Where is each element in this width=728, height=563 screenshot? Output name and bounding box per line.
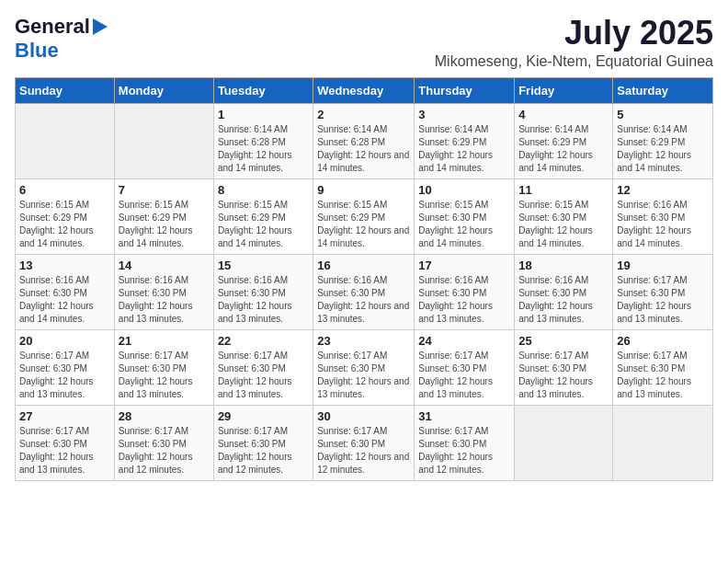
day-number: 27: [19, 409, 110, 423]
day-number: 26: [617, 334, 709, 348]
calendar-week-row: 13Sunrise: 6:16 AM Sunset: 6:30 PM Dayli…: [16, 254, 713, 329]
day-header-thursday: Thursday: [415, 77, 515, 103]
day-number: 19: [617, 259, 709, 272]
day-number: 20: [19, 334, 110, 348]
calendar-cell: 28Sunrise: 6:17 AM Sunset: 6:30 PM Dayli…: [114, 405, 213, 480]
calendar-cell: 3Sunrise: 6:14 AM Sunset: 6:29 PM Daylig…: [415, 103, 515, 178]
month-year-title: July 2025: [435, 15, 713, 52]
day-header-wednesday: Wednesday: [313, 77, 415, 103]
day-number: 28: [119, 409, 210, 423]
calendar-cell: 11Sunrise: 6:15 AM Sunset: 6:30 PM Dayli…: [515, 178, 613, 254]
day-number: 21: [119, 334, 210, 348]
day-info: Sunrise: 6:17 AM Sunset: 6:30 PM Dayligh…: [317, 425, 410, 477]
day-header-tuesday: Tuesday: [213, 77, 313, 103]
day-info: Sunrise: 6:16 AM Sunset: 6:30 PM Dayligh…: [119, 274, 210, 326]
title-block: July 2025 Mikomeseng, Kie-Ntem, Equatori…: [435, 15, 713, 70]
day-number: 7: [119, 183, 210, 197]
day-number: 31: [418, 409, 510, 423]
calendar-cell: 14Sunrise: 6:16 AM Sunset: 6:30 PM Dayli…: [114, 254, 213, 329]
calendar-cell: 12Sunrise: 6:16 AM Sunset: 6:30 PM Dayli…: [613, 178, 713, 254]
day-number: 23: [317, 334, 410, 348]
day-header-monday: Monday: [114, 77, 213, 103]
calendar-cell: 8Sunrise: 6:15 AM Sunset: 6:29 PM Daylig…: [213, 178, 313, 254]
calendar-cell: 29Sunrise: 6:17 AM Sunset: 6:30 PM Dayli…: [213, 405, 313, 480]
calendar-cell: 19Sunrise: 6:17 AM Sunset: 6:30 PM Dayli…: [613, 254, 713, 329]
calendar-cell: 7Sunrise: 6:15 AM Sunset: 6:29 PM Daylig…: [114, 178, 213, 254]
day-number: 3: [418, 108, 510, 121]
calendar-cell: 6Sunrise: 6:15 AM Sunset: 6:29 PM Daylig…: [16, 178, 115, 254]
logo-blue: Blue: [15, 39, 59, 62]
day-number: 24: [418, 334, 510, 348]
calendar-cell: 26Sunrise: 6:17 AM Sunset: 6:30 PM Dayli…: [613, 329, 713, 405]
calendar-week-row: 20Sunrise: 6:17 AM Sunset: 6:30 PM Dayli…: [16, 329, 713, 405]
logo-general: General: [15, 15, 90, 39]
day-info: Sunrise: 6:17 AM Sunset: 6:30 PM Dayligh…: [617, 274, 709, 326]
calendar-cell: 13Sunrise: 6:16 AM Sunset: 6:30 PM Dayli…: [16, 254, 115, 329]
day-header-sunday: Sunday: [16, 77, 115, 103]
calendar-cell: 24Sunrise: 6:17 AM Sunset: 6:30 PM Dayli…: [415, 329, 515, 405]
calendar-cell: 9Sunrise: 6:15 AM Sunset: 6:29 PM Daylig…: [313, 178, 415, 254]
calendar-cell: 2Sunrise: 6:14 AM Sunset: 6:28 PM Daylig…: [313, 103, 415, 178]
days-header-row: SundayMondayTuesdayWednesdayThursdayFrid…: [16, 77, 713, 103]
day-info: Sunrise: 6:15 AM Sunset: 6:29 PM Dayligh…: [19, 199, 110, 250]
day-info: Sunrise: 6:14 AM Sunset: 6:28 PM Dayligh…: [317, 123, 410, 175]
calendar-cell: [16, 103, 115, 178]
day-info: Sunrise: 6:15 AM Sunset: 6:30 PM Dayligh…: [418, 199, 510, 250]
day-info: Sunrise: 6:17 AM Sunset: 6:30 PM Dayligh…: [119, 350, 210, 401]
day-number: 14: [119, 259, 210, 272]
calendar-cell: 5Sunrise: 6:14 AM Sunset: 6:29 PM Daylig…: [613, 103, 713, 178]
calendar-cell: 31Sunrise: 6:17 AM Sunset: 6:30 PM Dayli…: [415, 405, 515, 480]
day-header-saturday: Saturday: [613, 77, 713, 103]
location-subtitle: Mikomeseng, Kie-Ntem, Equatorial Guinea: [435, 53, 713, 70]
day-number: 1: [218, 108, 309, 121]
calendar-table: SundayMondayTuesdayWednesdayThursdayFrid…: [15, 77, 713, 481]
day-info: Sunrise: 6:17 AM Sunset: 6:30 PM Dayligh…: [418, 425, 510, 477]
day-number: 8: [218, 183, 309, 197]
day-info: Sunrise: 6:15 AM Sunset: 6:29 PM Dayligh…: [218, 199, 309, 250]
day-number: 13: [19, 259, 110, 272]
day-number: 30: [317, 409, 410, 423]
calendar-cell: 10Sunrise: 6:15 AM Sunset: 6:30 PM Dayli…: [415, 178, 515, 254]
day-number: 18: [518, 259, 609, 272]
calendar-cell: 25Sunrise: 6:17 AM Sunset: 6:30 PM Dayli…: [515, 329, 613, 405]
day-number: 6: [19, 183, 110, 197]
calendar-cell: 30Sunrise: 6:17 AM Sunset: 6:30 PM Dayli…: [313, 405, 415, 480]
calendar-week-row: 27Sunrise: 6:17 AM Sunset: 6:30 PM Dayli…: [16, 405, 713, 480]
calendar-cell: 4Sunrise: 6:14 AM Sunset: 6:29 PM Daylig…: [515, 103, 613, 178]
day-info: Sunrise: 6:16 AM Sunset: 6:30 PM Dayligh…: [518, 274, 609, 326]
day-info: Sunrise: 6:16 AM Sunset: 6:30 PM Dayligh…: [617, 199, 709, 250]
day-info: Sunrise: 6:14 AM Sunset: 6:29 PM Dayligh…: [418, 123, 510, 175]
day-info: Sunrise: 6:17 AM Sunset: 6:30 PM Dayligh…: [119, 425, 210, 477]
day-info: Sunrise: 6:14 AM Sunset: 6:29 PM Dayligh…: [518, 123, 609, 175]
calendar-cell: 21Sunrise: 6:17 AM Sunset: 6:30 PM Dayli…: [114, 329, 213, 405]
page-header: General Blue July 2025 Mikomeseng, Kie-N…: [15, 15, 713, 70]
day-number: 2: [317, 108, 410, 121]
day-number: 25: [518, 334, 609, 348]
day-info: Sunrise: 6:17 AM Sunset: 6:30 PM Dayligh…: [218, 350, 309, 401]
day-number: 15: [218, 259, 309, 272]
day-info: Sunrise: 6:17 AM Sunset: 6:30 PM Dayligh…: [19, 425, 110, 477]
day-info: Sunrise: 6:17 AM Sunset: 6:30 PM Dayligh…: [317, 350, 410, 401]
day-info: Sunrise: 6:16 AM Sunset: 6:30 PM Dayligh…: [19, 274, 110, 326]
calendar-cell: [613, 405, 713, 480]
day-number: 11: [518, 183, 609, 197]
day-info: Sunrise: 6:17 AM Sunset: 6:30 PM Dayligh…: [617, 350, 709, 401]
calendar-cell: 1Sunrise: 6:14 AM Sunset: 6:28 PM Daylig…: [213, 103, 313, 178]
calendar-cell: 17Sunrise: 6:16 AM Sunset: 6:30 PM Dayli…: [415, 254, 515, 329]
calendar-cell: 23Sunrise: 6:17 AM Sunset: 6:30 PM Dayli…: [313, 329, 415, 405]
calendar-cell: 22Sunrise: 6:17 AM Sunset: 6:30 PM Dayli…: [213, 329, 313, 405]
calendar-cell: 16Sunrise: 6:16 AM Sunset: 6:30 PM Dayli…: [313, 254, 415, 329]
day-number: 9: [317, 183, 410, 197]
day-info: Sunrise: 6:14 AM Sunset: 6:28 PM Dayligh…: [218, 123, 309, 175]
day-info: Sunrise: 6:15 AM Sunset: 6:29 PM Dayligh…: [317, 199, 410, 250]
day-info: Sunrise: 6:17 AM Sunset: 6:30 PM Dayligh…: [218, 425, 309, 477]
logo-arrow-icon: [93, 18, 108, 35]
day-info: Sunrise: 6:16 AM Sunset: 6:30 PM Dayligh…: [418, 274, 510, 326]
day-info: Sunrise: 6:14 AM Sunset: 6:29 PM Dayligh…: [617, 123, 709, 175]
calendar-cell: [515, 405, 613, 480]
calendar-week-row: 6Sunrise: 6:15 AM Sunset: 6:29 PM Daylig…: [16, 178, 713, 254]
calendar-cell: 27Sunrise: 6:17 AM Sunset: 6:30 PM Dayli…: [16, 405, 115, 480]
day-number: 12: [617, 183, 709, 197]
calendar-cell: 20Sunrise: 6:17 AM Sunset: 6:30 PM Dayli…: [16, 329, 115, 405]
day-info: Sunrise: 6:15 AM Sunset: 6:30 PM Dayligh…: [518, 199, 609, 250]
